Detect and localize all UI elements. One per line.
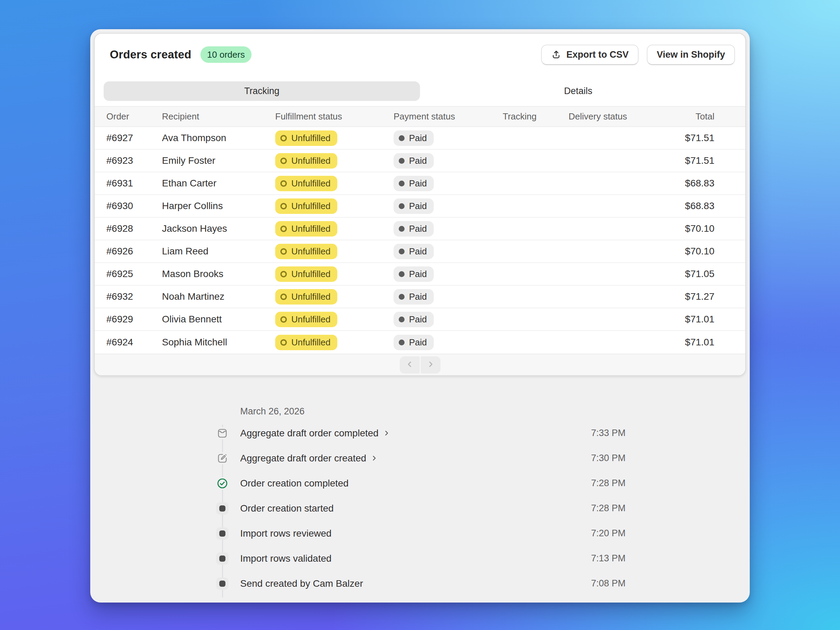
fulfillment-cell: Unfulfilled [275,153,393,169]
table-row[interactable]: #6932 Noah Martinez Unfulfilled Paid $71… [95,286,745,308]
table-row[interactable]: #6927 Ava Thompson Unfulfilled Paid $71.… [95,127,745,150]
fulfillment-status-badge: Unfulfilled [275,335,337,350]
payment-cell: Paid [393,312,503,327]
paid-dot-icon [399,317,404,322]
paid-dot-icon [399,158,404,164]
tab-tracking[interactable]: Tracking [104,81,420,101]
payment-status-label: Paid [409,224,427,233]
table-row[interactable]: #6928 Jackson Hayes Unfulfilled Paid $70… [95,218,745,240]
fulfillment-status-badge: Unfulfilled [275,244,337,259]
payment-cell: Paid [393,176,503,191]
export-csv-label: Export to CSV [566,49,628,60]
fulfillment-cell: Unfulfilled [275,312,393,327]
orders-created-card: Orders created 10 orders Export to CSV V… [90,29,750,603]
timeline-icon-slot [216,477,229,489]
order-number: #6932 [106,291,162,302]
paid-dot-icon [399,226,404,232]
order-number: #6927 [106,133,162,144]
column-header-tracking: Tracking [503,111,568,122]
table-row[interactable]: #6924 Sophia Mitchell Unfulfilled Paid $… [95,331,745,354]
previous-page-button[interactable] [400,356,420,374]
chevron-right-icon [426,360,435,370]
table-row[interactable]: #6929 Olivia Bennett Unfulfilled Paid $7… [95,308,745,331]
fulfillment-status-badge: Unfulfilled [275,153,337,169]
check-circle-icon [216,477,229,489]
payment-status-badge: Paid [393,244,434,259]
paid-dot-icon [399,249,404,255]
timeline-item-time: 7:33 PM [591,428,625,438]
timeline-item-label: Import rows validated [240,553,332,564]
recipient-name: Ava Thompson [162,133,275,144]
unfulfilled-ring-icon [280,271,287,277]
recipient-name: Olivia Bennett [162,314,275,325]
fulfillment-status-label: Unfulfilled [291,179,330,188]
table-header: Order Recipient Fulfillment status Payme… [95,106,745,127]
paid-dot-icon [399,180,404,187]
timeline-icon-slot [216,502,229,514]
order-number: #6930 [106,201,162,212]
activity-dot-icon [219,556,226,562]
recipient-name: Liam Reed [162,246,275,257]
column-header-fulfillment: Fulfillment status [275,111,393,122]
order-number: #6924 [106,337,162,348]
paid-dot-icon [399,294,404,300]
table-row[interactable]: #6923 Emily Foster Unfulfilled Paid $71.… [95,150,745,173]
payment-cell: Paid [393,198,503,214]
order-total: $68.83 [663,178,714,189]
paid-dot-icon [399,271,404,277]
order-total: $71.05 [663,269,714,279]
activity-dot-icon [219,530,226,537]
view-in-shopify-label: View in Shopify [657,49,725,60]
order-number: #6931 [106,178,162,189]
fulfillment-status-badge: Unfulfilled [275,130,337,146]
fulfillment-status-label: Unfulfilled [291,247,330,256]
timeline-item-time: 7:13 PM [591,553,625,564]
timeline-item-label: Import rows reviewed [240,528,332,539]
view-in-shopify-button[interactable]: View in Shopify [647,44,735,65]
table-row[interactable]: #6930 Harper Collins Unfulfilled Paid $6… [95,195,745,218]
orders-table-card: Orders created 10 orders Export to CSV V… [94,33,746,376]
order-total: $70.10 [663,246,714,257]
fulfillment-status-label: Unfulfilled [291,224,330,233]
paid-dot-icon [399,340,404,345]
payment-status-label: Paid [409,247,427,256]
payment-cell: Paid [393,130,503,146]
fulfillment-status-badge: Unfulfilled [275,312,337,327]
edit-box-icon [216,453,228,464]
order-total: $70.10 [663,223,714,234]
unfulfilled-ring-icon [280,135,287,141]
recipient-name: Noah Martinez [162,291,275,302]
timeline-item[interactable]: Aggregate draft order created 7:30 PM [90,446,750,471]
tab-details[interactable]: Details [420,81,736,101]
unfulfilled-ring-icon [280,226,287,232]
payment-status-label: Paid [409,156,427,165]
paid-dot-icon [399,135,404,141]
table-row[interactable]: #6931 Ethan Carter Unfulfilled Paid $68.… [95,173,745,195]
table-row[interactable]: #6926 Liam Reed Unfulfilled Paid $70.10 [95,240,745,263]
table-row[interactable]: #6925 Mason Brooks Unfulfilled Paid $71.… [95,263,745,286]
fulfillment-cell: Unfulfilled [275,335,393,350]
payment-status-label: Paid [409,133,427,142]
timeline-item-label: Order creation completed [240,478,349,489]
timeline-item-label: Order creation started [240,503,333,514]
unfulfilled-ring-icon [280,339,287,346]
fulfillment-status-label: Unfulfilled [291,269,330,279]
timeline-icon-slot [216,578,229,590]
fulfillment-cell: Unfulfilled [275,266,393,282]
timeline-item[interactable]: Aggregate draft order completed 7:33 PM [90,421,750,446]
timeline-item: Import rows validated 7:13 PM [90,546,750,571]
archive-box-icon [216,427,228,439]
order-total: $71.27 [663,291,714,302]
chevron-left-icon [405,360,414,370]
payment-status-badge: Paid [393,176,434,191]
timeline-item-label: Aggregate draft order completed [240,428,379,439]
order-total: $71.01 [663,314,714,325]
payment-status-badge: Paid [393,130,434,146]
fulfillment-status-label: Unfulfilled [291,156,330,165]
payment-cell: Paid [393,335,503,350]
export-csv-button[interactable]: Export to CSV [541,44,639,65]
next-page-button[interactable] [421,356,441,374]
timeline-section: March 26, 2026 Aggregate draft order com… [90,406,750,596]
column-header-recipient: Recipient [162,111,275,122]
unfulfilled-ring-icon [280,158,287,164]
